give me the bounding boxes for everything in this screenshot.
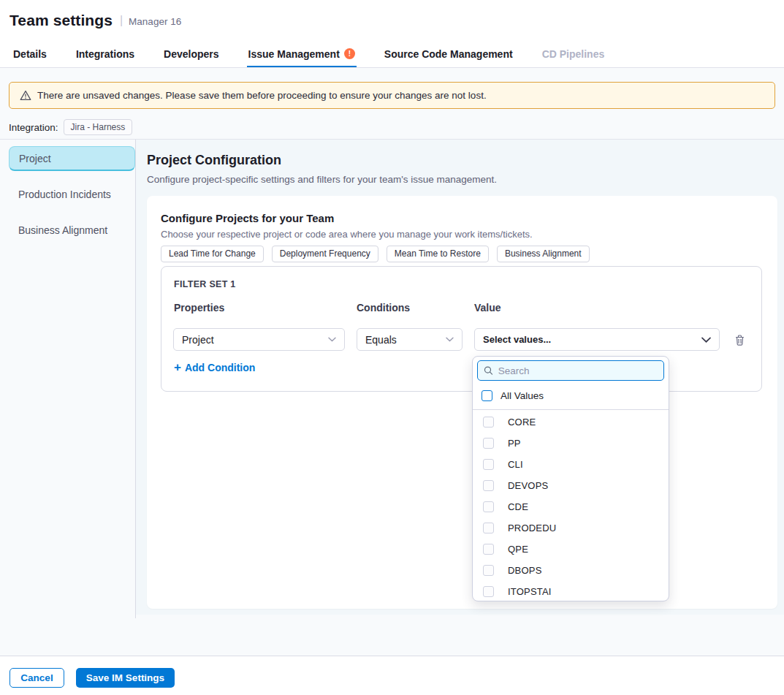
checkbox[interactable] (483, 480, 494, 491)
option-cde[interactable]: CDE (473, 496, 669, 517)
dropdown-search[interactable] (477, 360, 664, 381)
banner-message: There are unsaved changes. Please save t… (37, 90, 487, 101)
checkbox[interactable] (483, 586, 494, 597)
section-subtitle: Configure project-specific settings and … (147, 174, 497, 185)
section-title: Project Configuration (147, 153, 281, 168)
checkbox[interactable] (483, 417, 494, 428)
checkbox[interactable] (483, 501, 494, 512)
checkbox[interactable] (483, 438, 494, 449)
action-footer: Cancel Save IM Settings (0, 656, 784, 695)
tab-developers[interactable]: Developers (164, 40, 218, 67)
checkbox[interactable] (483, 459, 494, 470)
trash-icon (734, 334, 745, 346)
search-input[interactable] (498, 365, 658, 376)
metric-tag-row: Lead Time for Change Deployment Frequenc… (161, 246, 590, 262)
filter-set-1: FILTER SET 1 Properties Conditions Value… (161, 266, 762, 392)
filter-set-title: FILTER SET 1 (174, 279, 236, 289)
option-prodedu[interactable]: PRODEDU (473, 517, 669, 539)
option-qpe[interactable]: QPE (473, 539, 669, 560)
sidebar-item-business-alignment[interactable]: Business Alignment (9, 218, 135, 243)
tab-integrations[interactable]: Integrations (76, 40, 134, 67)
column-header-properties: Properties (174, 302, 224, 314)
chevron-down-icon (701, 337, 711, 343)
integration-label: Integration: (9, 122, 58, 133)
option-devops[interactable]: DEVOPS (473, 475, 669, 496)
tab-source-code-management[interactable]: Source Code Management (384, 40, 513, 67)
horizontal-divider (0, 139, 784, 140)
sidebar-divider (135, 140, 136, 618)
checkbox[interactable] (483, 523, 494, 533)
metric-tag-deployment-frequency: Deployment Frequency (272, 246, 378, 262)
integration-row: Integration: Jira - Harness (9, 119, 132, 135)
unsaved-changes-badge-icon: ! (344, 48, 355, 59)
checkbox[interactable] (483, 544, 494, 555)
sidebar-item-production-incidents[interactable]: Production Incidents (9, 182, 135, 207)
cancel-button[interactable]: Cancel (9, 668, 64, 688)
chevron-down-icon (446, 337, 454, 342)
configure-projects-card: Configure Projects for your Team Choose … (147, 196, 777, 609)
value-select[interactable]: Select values... (474, 328, 720, 351)
card-subtitle: Choose your respective project or code a… (161, 229, 533, 240)
warning-icon (20, 90, 31, 101)
dropdown-options-list: CORE PP CLI DEVOPS CDE PRODEDU QPE DBOPS… (473, 410, 669, 601)
save-im-settings-button[interactable]: Save IM Settings (76, 668, 175, 688)
condition-select[interactable]: Equals (357, 328, 463, 351)
option-dbops[interactable]: DBOPS (473, 560, 669, 581)
delete-condition-button[interactable] (732, 333, 747, 347)
settings-sidebar: Project Production Incidents Business Al… (9, 146, 135, 254)
card-title: Configure Projects for your Team (161, 212, 334, 224)
value-select-dropdown: All Values CORE PP CLI DEVOPS CDE PRODED… (472, 356, 669, 601)
plus-icon: + (174, 361, 181, 373)
metric-tag-business-alignment: Business Alignment (497, 246, 590, 262)
team-name: Manager 16 (129, 16, 181, 27)
option-pp[interactable]: PP (473, 433, 669, 454)
search-icon (484, 365, 493, 376)
property-select[interactable]: Project (173, 328, 345, 351)
metric-tag-mean-time-to-restore: Mean Time to Restore (387, 246, 489, 262)
tab-issue-management[interactable]: Issue Management ! (248, 40, 355, 67)
chevron-down-icon (328, 337, 336, 342)
option-core[interactable]: CORE (473, 411, 669, 433)
tab-details[interactable]: Details (13, 40, 47, 67)
checkbox-all-values[interactable] (482, 390, 492, 401)
column-header-conditions: Conditions (357, 302, 410, 314)
tab-cd-pipelines: CD Pipelines (542, 40, 605, 67)
page-title: Team settings (9, 12, 113, 29)
option-cli[interactable]: CLI (473, 454, 669, 475)
sidebar-item-project[interactable]: Project (9, 146, 135, 171)
page-header: Team settings | Manager 16 (0, 0, 784, 40)
column-header-value: Value (474, 302, 501, 314)
select-all-option[interactable]: All Values (473, 386, 669, 406)
option-itopstai[interactable]: ITOPSTAI (473, 581, 669, 601)
settings-tabbar: Details Integrations Developers Issue Ma… (0, 40, 784, 68)
integration-chip[interactable]: Jira - Harness (64, 119, 133, 135)
add-condition-button[interactable]: + Add Condition (174, 362, 255, 373)
checkbox[interactable] (483, 565, 494, 576)
metric-tag-lead-time: Lead Time for Change (161, 246, 264, 262)
title-separator: | (120, 14, 123, 27)
unsaved-changes-banner: There are unsaved changes. Please save t… (9, 82, 775, 109)
